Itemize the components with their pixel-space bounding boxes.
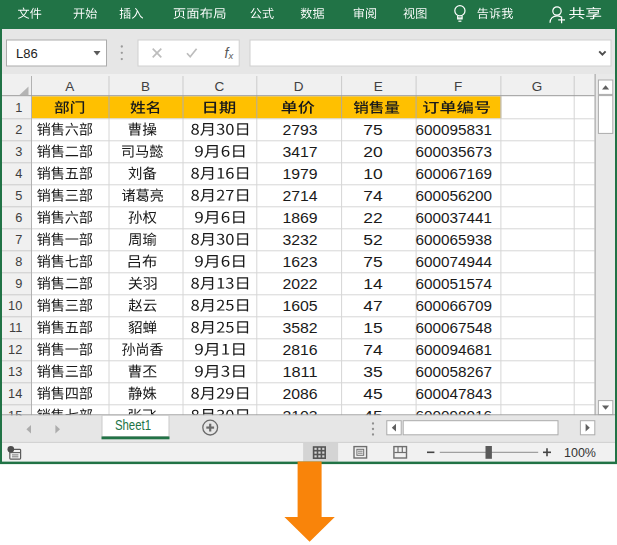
svg-text:600047843: 600047843 [415, 385, 492, 402]
svg-text:1869: 1869 [282, 209, 317, 226]
svg-text:35: 35 [363, 363, 382, 380]
svg-text:2086: 2086 [282, 385, 317, 402]
svg-text:2022: 2022 [282, 275, 317, 292]
svg-text:10: 10 [8, 298, 22, 313]
svg-text:6: 6 [15, 210, 22, 225]
svg-text:75: 75 [363, 121, 382, 138]
svg-text:600035673: 600035673 [415, 143, 492, 160]
svg-text:74: 74 [363, 187, 382, 204]
svg-text:14: 14 [8, 386, 22, 401]
svg-text:75: 75 [363, 253, 382, 270]
svg-text:100%: 100% [564, 446, 596, 460]
svg-text:600095831: 600095831 [415, 121, 492, 138]
svg-text:600067548: 600067548 [415, 319, 492, 336]
svg-text:11: 11 [9, 320, 22, 335]
svg-text:600067169: 600067169 [415, 165, 492, 182]
svg-text:45: 45 [363, 385, 382, 402]
svg-text:600065938: 600065938 [415, 231, 492, 248]
svg-text:600051574: 600051574 [415, 275, 492, 292]
svg-text:1: 1 [15, 100, 22, 115]
svg-text:13: 13 [8, 364, 22, 379]
svg-text:B: B [141, 79, 150, 94]
svg-text:600058267: 600058267 [415, 363, 492, 380]
svg-text:3417: 3417 [282, 143, 317, 160]
svg-text:20: 20 [363, 143, 382, 160]
svg-text:10: 10 [363, 165, 382, 182]
svg-text:G: G [532, 79, 543, 94]
svg-text:C: C [215, 79, 225, 94]
svg-text:15: 15 [363, 319, 382, 336]
svg-text:A: A [65, 79, 74, 94]
svg-text:2793: 2793 [282, 121, 317, 138]
svg-text:2: 2 [15, 122, 22, 137]
svg-text:600056200: 600056200 [415, 187, 492, 204]
svg-text:Sheet1: Sheet1 [115, 417, 151, 433]
svg-text:7: 7 [15, 232, 22, 247]
svg-text:600094681: 600094681 [415, 341, 492, 358]
svg-text:8: 8 [15, 254, 22, 269]
svg-text:D: D [294, 79, 304, 94]
svg-text:47: 47 [363, 297, 382, 314]
svg-text:3232: 3232 [282, 231, 317, 248]
svg-text:52: 52 [363, 231, 382, 248]
svg-text:9: 9 [15, 276, 22, 291]
svg-text:5: 5 [15, 188, 22, 203]
svg-text:600066709: 600066709 [415, 297, 492, 314]
svg-text:2714: 2714 [282, 187, 317, 204]
svg-text:F: F [454, 79, 462, 94]
svg-text:2816: 2816 [282, 341, 317, 358]
svg-text:1979: 1979 [282, 165, 317, 182]
svg-text:L86: L86 [16, 46, 38, 61]
svg-text:1605: 1605 [282, 297, 317, 314]
svg-text:74: 74 [363, 341, 382, 358]
svg-text:1623: 1623 [282, 253, 317, 270]
svg-text:12: 12 [8, 342, 22, 357]
svg-text:E: E [374, 79, 383, 94]
svg-text:14: 14 [363, 275, 382, 292]
svg-text:3: 3 [15, 144, 22, 159]
svg-text:3582: 3582 [282, 319, 317, 336]
svg-text:600074944: 600074944 [415, 253, 492, 270]
svg-text:600037441: 600037441 [415, 209, 492, 226]
svg-text:22: 22 [363, 209, 382, 226]
svg-text:4: 4 [15, 166, 22, 181]
svg-text:1811: 1811 [282, 363, 317, 380]
